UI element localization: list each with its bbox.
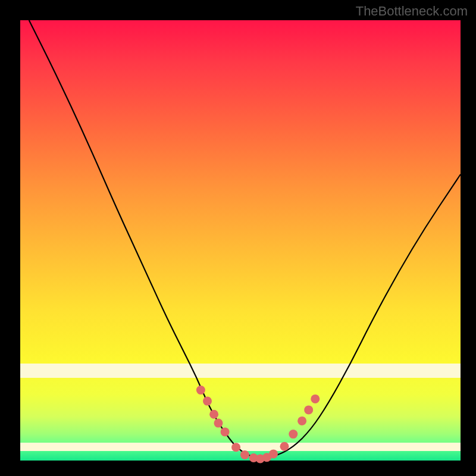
marker-group bbox=[196, 386, 320, 463]
marker-dot bbox=[240, 450, 249, 459]
marker-dot bbox=[221, 427, 230, 436]
marker-dot bbox=[280, 442, 289, 451]
watermark-text: TheBottleneck.com bbox=[356, 4, 468, 19]
marker-dot bbox=[269, 449, 278, 458]
marker-dot bbox=[196, 386, 205, 394]
marker-dot bbox=[209, 410, 218, 419]
marker-dot bbox=[298, 416, 306, 425]
chart-plot-area bbox=[20, 20, 461, 461]
marker-dot bbox=[289, 430, 298, 439]
marker-dot bbox=[304, 405, 313, 414]
curve-path bbox=[29, 20, 461, 458]
chart-svg bbox=[20, 20, 461, 461]
marker-dot bbox=[311, 394, 320, 403]
marker-dot bbox=[214, 419, 223, 428]
marker-dot bbox=[231, 443, 240, 452]
marker-dot bbox=[203, 397, 212, 406]
